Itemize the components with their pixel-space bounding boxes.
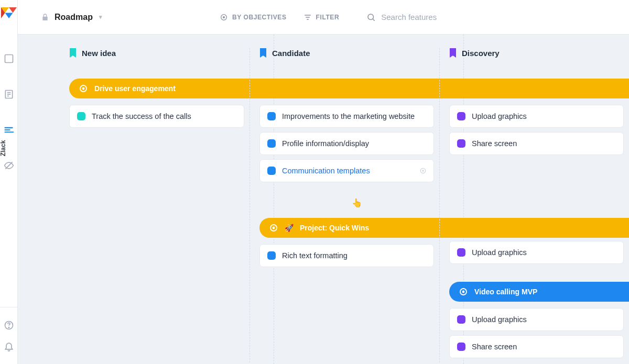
sidebar-notifications-icon[interactable] [4,341,14,351]
status-chip [457,248,465,257]
svg-point-29 [463,291,464,293]
target-icon [79,84,88,93]
topbar: Roadmap ▾ BY OBJECTIVES FILTER [18,0,629,35]
column-title: New idea [82,49,116,58]
filter-icon [303,13,312,21]
chevron-down-icon: ▾ [99,14,102,20]
sidebar-item-docs[interactable] [4,89,14,100]
bookmark-icon [259,48,267,58]
status-chip [267,251,276,260]
objective-title: Project: Quick Wins [300,224,369,232]
column-header-discovery: Discovery [449,48,624,58]
target-icon [269,223,278,233]
sidebar-item-hidden[interactable] [4,160,14,171]
target-icon [220,13,228,21]
filter-button[interactable]: FILTER [303,13,340,21]
column-header-new-idea: New idea [69,48,244,58]
card-title: Track the success of the calls [92,112,191,120]
svg-point-27 [273,227,275,229]
status-chip [457,315,465,324]
status-chip [267,167,276,175]
search-icon [366,13,376,22]
card-title: Upload graphics [472,112,527,120]
lock-icon [41,13,49,21]
card-title: Rich text formatting [282,251,348,260]
sidebar-help-icon[interactable] [4,320,14,330]
feature-card[interactable]: Profile information/display [259,132,434,155]
by-objectives-label: BY OBJECTIVES [232,14,287,21]
card-title: Communication templates [282,167,370,175]
status-chip [457,112,465,120]
feature-card[interactable]: Share screen [449,132,624,155]
rocket-icon: 🚀 [285,224,294,232]
column-title: Candidate [272,49,310,58]
svg-point-25 [422,170,424,171]
svg-marker-2 [5,13,13,19]
search [366,13,486,22]
status-chip [267,112,276,120]
svg-point-20 [368,14,374,20]
feature-card[interactable]: Share screen [449,335,624,358]
breadcrumb[interactable]: Roadmap ▾ [41,13,102,22]
card-title: Upload graphics [472,248,527,257]
feature-card[interactable]: Track the success of the calls [69,105,244,128]
status-chip [77,112,85,120]
filter-label: FILTER [316,14,340,21]
feature-card[interactable]: Improvements to the marketing website [259,105,434,128]
sidebar [0,0,18,364]
swimlane-label: Zlack [0,145,12,152]
search-input[interactable] [381,13,486,21]
target-icon [459,287,468,296]
svg-point-14 [8,327,9,328]
svg-point-16 [223,16,225,18]
feature-card[interactable]: Upload graphics [449,308,624,331]
card-title: Improvements to the marketing website [282,112,415,120]
sidebar-item-roadmap[interactable] [4,125,14,135]
column-header-candidate: Candidate [259,48,434,58]
objective-title: Drive user engagement [94,84,176,93]
sidebar-item-board[interactable] [4,53,14,64]
column-title: Discovery [462,49,500,58]
svg-rect-4 [5,55,13,63]
page-title: Roadmap [55,13,93,22]
board: Zlack New idea Drive user engagement Tra… [18,35,629,364]
card-title: Upload graphics [472,315,527,324]
feature-card[interactable]: Upload graphics [449,105,624,128]
status-chip [267,139,276,148]
bookmark-icon [449,48,457,58]
bookmark-icon [69,48,77,58]
feature-card[interactable]: Communication templates [259,159,434,182]
objective-title: Video calling MVP [474,288,537,296]
objective-bar[interactable]: Video calling MVP [449,282,629,302]
app-logo [1,7,17,23]
card-title: Share screen [472,343,517,351]
svg-marker-1 [9,7,17,13]
feature-card[interactable]: Rich text formatting [259,244,434,267]
by-objectives-button[interactable]: BY OBJECTIVES [220,13,287,21]
card-title: Share screen [472,139,517,148]
svg-line-21 [373,19,375,21]
status-chip [457,343,465,351]
svg-point-23 [83,88,84,90]
status-chip [457,139,465,148]
target-icon [419,167,427,175]
card-title: Profile information/display [282,139,369,148]
feature-card[interactable]: Upload graphics [449,241,624,264]
